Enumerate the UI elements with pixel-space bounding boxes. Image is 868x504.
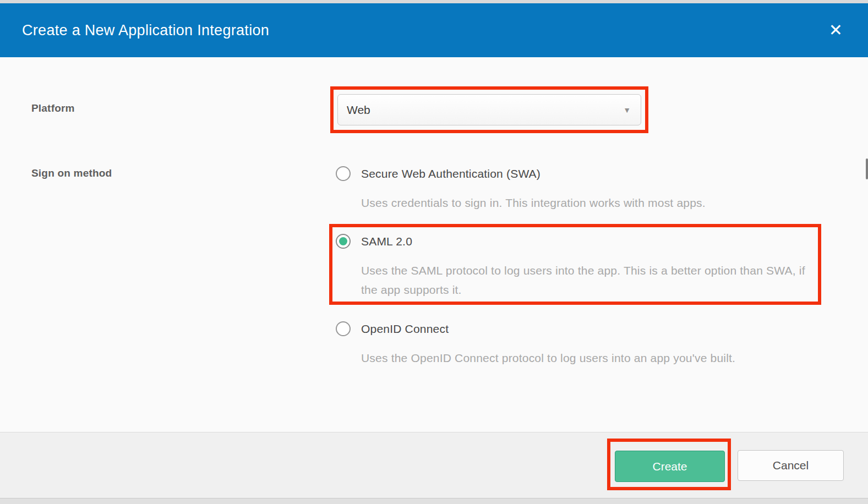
page-bottom-strip	[0, 498, 868, 504]
modal-header: Create a New Application Integration ✕	[0, 3, 868, 57]
platform-dropdown[interactable]: Web ▼	[337, 94, 641, 125]
option-description-saml: Uses the SAML protocol to log users into…	[361, 261, 812, 299]
radio-selected-dot	[339, 237, 347, 245]
create-button[interactable]: Create	[615, 451, 725, 482]
option-label-swa[interactable]: Secure Web Authentication (SWA)	[361, 167, 541, 180]
option-description-swa: Uses credentials to sign in. This integr…	[361, 193, 834, 212]
platform-field-label: Platform	[31, 102, 75, 114]
option-label-openid[interactable]: OpenID Connect	[361, 322, 449, 336]
option-description-openid: Uses the OpenID Connect protocol to log …	[361, 348, 845, 368]
close-icon[interactable]: ✕	[829, 22, 843, 39]
scrollbar-thumb[interactable]	[866, 158, 868, 179]
radio-dot	[339, 325, 347, 333]
option-label-saml[interactable]: SAML 2.0	[361, 235, 412, 248]
radio-saml-2-0[interactable]	[336, 234, 351, 249]
radio-secure-web-authentication[interactable]	[336, 166, 351, 181]
sign-on-method-field-label: Sign on method	[31, 167, 112, 179]
radio-openid-connect[interactable]	[336, 321, 351, 336]
platform-dropdown-value: Web	[347, 103, 370, 117]
chevron-down-icon: ▼	[623, 106, 631, 114]
radio-dot	[339, 169, 347, 178]
page-title: Create a New Application Integration	[22, 22, 269, 39]
cancel-button[interactable]: Cancel	[738, 450, 844, 481]
